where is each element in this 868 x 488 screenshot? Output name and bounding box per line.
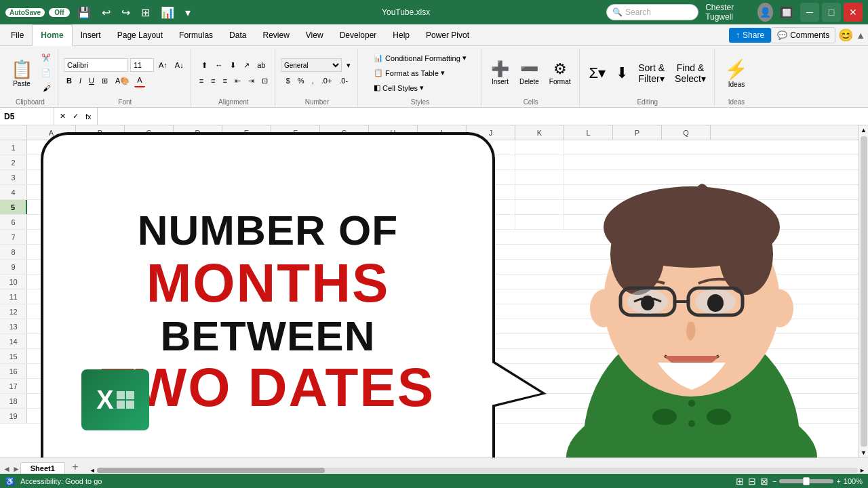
minimize-button[interactable]: ─ <box>800 3 819 22</box>
col-header-e[interactable]: E <box>222 125 271 140</box>
border-button[interactable]: ⊞ <box>99 74 111 87</box>
cell-j3[interactable] <box>467 170 515 184</box>
cell-l1[interactable] <box>564 140 868 155</box>
cell-a6[interactable] <box>27 215 76 229</box>
col-header-j[interactable]: J <box>467 125 515 140</box>
cell-i1[interactable] <box>418 140 467 155</box>
cell-i6[interactable] <box>418 215 467 229</box>
col-header-q[interactable]: Q <box>662 125 711 140</box>
cell-g4[interactable] <box>320 185 369 199</box>
tab-page-layout[interactable]: Page Layout <box>109 24 171 46</box>
underline-button[interactable]: U <box>86 74 97 87</box>
tab-help[interactable]: Help <box>384 24 418 46</box>
cell-d5[interactable] <box>174 200 222 214</box>
merge-center-button[interactable]: ⊡ <box>259 74 271 87</box>
align-bottom-button[interactable]: ⬇ <box>227 58 239 72</box>
cell-c4[interactable] <box>125 185 174 199</box>
cell-d2[interactable] <box>174 155 222 169</box>
cell-c2[interactable] <box>125 155 174 169</box>
customize-qat-button[interactable]: ⊞ <box>138 5 153 20</box>
cell-a2[interactable] <box>27 155 76 169</box>
cell-a8[interactable] <box>27 245 868 259</box>
cell-b1[interactable] <box>76 140 125 155</box>
tab-formulas[interactable]: Formulas <box>171 24 221 46</box>
font-name-input[interactable] <box>64 58 128 72</box>
qat-dropdown[interactable]: ▾ <box>182 5 194 20</box>
orientation-button[interactable]: ↗ <box>241 58 252 72</box>
cell-i5[interactable] <box>418 200 467 214</box>
cell-k2[interactable] <box>515 155 564 169</box>
cell-i4[interactable] <box>418 185 467 199</box>
cell-l2[interactable] <box>564 155 868 169</box>
cell-styles-button[interactable]: ◧ Cell Styles ▾ <box>371 81 469 95</box>
tab-review[interactable]: Review <box>254 24 297 46</box>
tab-developer[interactable]: Developer <box>332 24 385 46</box>
cell-a3[interactable] <box>27 170 76 184</box>
cell-f4[interactable] <box>271 185 320 199</box>
zoom-slider[interactable] <box>779 479 833 483</box>
format-painter-button[interactable]: 🖌 <box>39 81 54 95</box>
col-header-d[interactable]: D <box>174 125 222 140</box>
search-box[interactable]: 🔍 Search <box>606 4 698 20</box>
format-cells-button[interactable]: ⚙ Format <box>545 58 575 87</box>
align-middle-button[interactable]: ↔ <box>212 58 225 72</box>
number-dropdown-button[interactable]: ▾ <box>344 58 353 72</box>
cell-g3[interactable] <box>320 170 369 184</box>
page-break-button[interactable]: ⊠ <box>760 476 768 487</box>
cell-f5[interactable] <box>271 200 320 214</box>
cell-e3[interactable] <box>222 170 271 184</box>
cell-g2[interactable] <box>320 155 369 169</box>
increase-decimal-button[interactable]: .0+ <box>319 74 335 87</box>
cell-a18[interactable] <box>27 394 868 408</box>
confirm-formula-button[interactable]: ✓ <box>70 110 81 123</box>
bold-button[interactable]: B <box>64 74 75 87</box>
scroll-thumb[interactable] <box>861 136 867 447</box>
align-top-button[interactable]: ⬆ <box>199 58 210 72</box>
comma-button[interactable]: , <box>309 74 317 87</box>
increase-indent-button[interactable]: ⇥ <box>245 74 257 87</box>
cell-e4[interactable] <box>222 185 271 199</box>
cell-k1[interactable] <box>515 140 564 155</box>
cell-b6[interactable] <box>76 215 125 229</box>
cell-l5[interactable] <box>564 200 868 214</box>
col-header-i[interactable]: I <box>418 125 467 140</box>
cell-a7[interactable] <box>27 230 868 244</box>
tab-file[interactable]: File <box>3 24 32 46</box>
formula-input[interactable] <box>98 108 868 125</box>
cell-k4[interactable] <box>515 185 564 199</box>
cell-i3[interactable] <box>418 170 467 184</box>
cell-h6[interactable] <box>369 215 418 229</box>
share-button[interactable]: ↑ Share <box>729 28 771 43</box>
cell-j2[interactable] <box>467 155 515 169</box>
cell-a12[interactable] <box>27 304 868 319</box>
format-as-table-button[interactable]: 📋 Format as Table ▾ <box>371 66 469 80</box>
col-header-l[interactable]: L <box>564 125 613 140</box>
delete-cells-button[interactable]: ➖ Delete <box>515 58 543 87</box>
cell-a16[interactable] <box>27 364 868 378</box>
horizontal-scrollbar[interactable]: ◄ ► <box>90 467 865 474</box>
collapse-ribbon-button[interactable]: ▲ <box>856 30 865 41</box>
cell-j4[interactable] <box>467 185 515 199</box>
fill-button[interactable]: ⬇ <box>612 62 632 84</box>
increase-font-button[interactable]: A↑ <box>156 58 170 72</box>
scroll-right-button[interactable]: ► <box>859 467 865 474</box>
cell-c5[interactable] <box>125 200 174 214</box>
font-size-input[interactable] <box>130 58 154 72</box>
publish-button[interactable]: 📊 <box>157 5 178 20</box>
cell-h5[interactable] <box>369 200 418 214</box>
align-center-button[interactable]: ≡ <box>208 74 218 87</box>
zoom-thumb[interactable] <box>803 477 810 485</box>
sheet-tab-sheet1[interactable]: Sheet1 <box>20 462 65 474</box>
cell-b5[interactable] <box>76 200 125 214</box>
cell-a17[interactable] <box>27 379 868 393</box>
autosave-toggle[interactable]: Off <box>49 8 69 17</box>
h-scroll-track[interactable] <box>97 468 858 473</box>
wrap-text-button[interactable]: ab <box>254 58 268 72</box>
col-header-a[interactable]: A <box>27 125 76 140</box>
cell-c1[interactable] <box>125 140 174 155</box>
font-color-button[interactable]: A <box>134 74 144 87</box>
cell-f2[interactable] <box>271 155 320 169</box>
decrease-indent-button[interactable]: ⇤ <box>232 74 243 87</box>
cell-e6[interactable] <box>222 215 271 229</box>
cell-j1[interactable] <box>467 140 515 155</box>
